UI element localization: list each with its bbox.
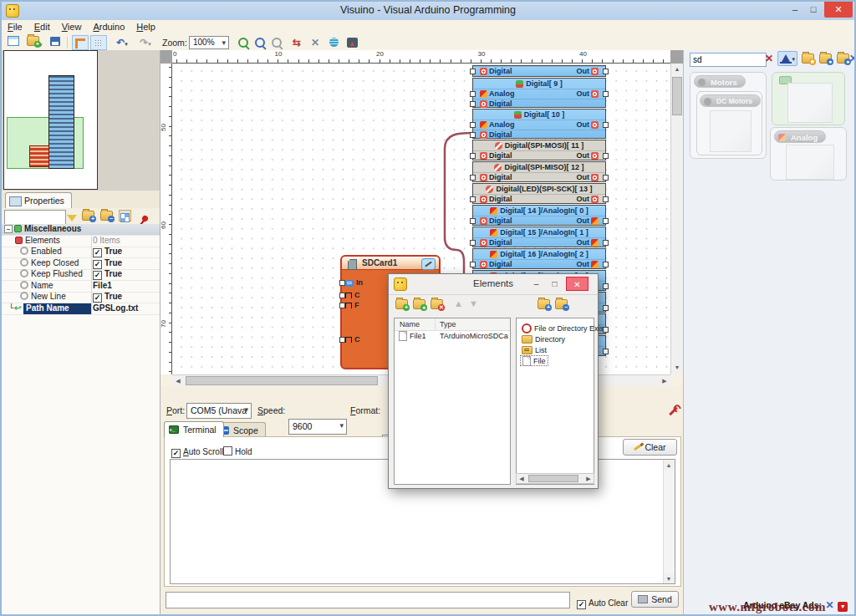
clear-search-icon[interactable]: ✕ xyxy=(765,53,773,64)
pin-connector-left[interactable] xyxy=(470,240,476,246)
checkbox-checked-icon[interactable]: ✓ xyxy=(93,248,102,257)
send-input[interactable] xyxy=(166,592,570,608)
pin-row[interactable]: DigitalOut xyxy=(473,216,605,226)
sdcard-wrench-icon[interactable] xyxy=(421,258,436,270)
zoom-combobox[interactable]: 100% xyxy=(189,36,229,49)
checkbox-checked-icon[interactable]: ✓ xyxy=(93,260,102,269)
tree-item-file-or-directory-exis[interactable]: File or Directory Exis xyxy=(520,323,605,333)
new-project-button[interactable] xyxy=(6,36,21,49)
undo-button[interactable]: ↶▾ xyxy=(112,36,132,49)
pin-connector-left[interactable] xyxy=(470,262,476,267)
pin-connector-right[interactable] xyxy=(603,283,609,289)
edit-element-button[interactable]: ● xyxy=(413,298,425,313)
pin-connector-left[interactable] xyxy=(470,101,476,107)
pin-row[interactable]: AnalogOut xyxy=(473,89,605,99)
move-up-icon[interactable]: ▲ xyxy=(454,298,463,308)
tree-scroll-thumb[interactable] xyxy=(528,475,578,482)
vscroll-thumb[interactable] xyxy=(672,77,682,115)
port-combobox[interactable]: COM5 (Unava xyxy=(186,403,252,419)
sdcard-pin-connector[interactable] xyxy=(339,303,345,308)
pin-connector-right[interactable] xyxy=(603,153,609,159)
menu-help[interactable]: Help xyxy=(130,20,161,33)
pin-connector-left[interactable] xyxy=(470,218,476,224)
palette-search-input[interactable] xyxy=(690,53,767,67)
refresh-button[interactable]: ⇆ xyxy=(289,36,304,49)
dialog-maximize-button[interactable]: □ xyxy=(546,277,563,291)
tree-horizontal-scrollbar[interactable]: ◀ ▶ xyxy=(516,473,594,484)
board-block[interactable]: DigitalOut xyxy=(472,65,606,77)
hscroll-thumb[interactable] xyxy=(186,376,378,385)
ads-close-icon[interactable]: ▼ xyxy=(838,602,848,612)
element-row[interactable]: File1 TArduinoMicroSDCard... xyxy=(395,330,510,342)
pin-connector-right[interactable] xyxy=(603,69,609,74)
scroll-up-icon[interactable]: ▲ xyxy=(671,64,683,75)
board-block[interactable]: Digital[ 9 ]AnalogOutDigital xyxy=(472,78,606,108)
sdcard-pin-connector[interactable] xyxy=(339,280,345,286)
route-wires-toggle[interactable] xyxy=(72,35,89,50)
pin-connector-right[interactable] xyxy=(603,122,609,128)
collapse-categories-icon[interactable]: − xyxy=(100,210,113,225)
collapse-all-button[interactable]: − xyxy=(555,298,568,313)
auto-clear-checkbox[interactable]: ✓Auto Clear xyxy=(577,594,628,609)
pin-connector-right[interactable] xyxy=(603,262,609,267)
open-project-button[interactable]: +▾ xyxy=(23,36,45,49)
menu-edit[interactable]: Edit xyxy=(28,20,56,33)
pin-connector-right[interactable] xyxy=(603,175,609,181)
collapse-icon[interactable]: – xyxy=(4,225,13,233)
sdcard-pin-connector[interactable] xyxy=(339,293,345,298)
pin-row[interactable]: DigitalOut xyxy=(473,259,605,269)
board-block[interactable]: Digital[ 15 ]/AnalogIn[ 1 ]DigitalOut xyxy=(472,227,606,247)
tree-item-list[interactable]: List xyxy=(520,344,548,355)
scroll-left-icon[interactable]: ◀ xyxy=(172,375,184,386)
board-block[interactable]: Digital[ 14 ]/AnalogIn[ 0 ]DigitalOut xyxy=(472,205,606,226)
pin-connector-left[interactable] xyxy=(470,122,476,128)
minimize-button[interactable]: – xyxy=(786,2,804,18)
tab-terminal[interactable]: Terminal xyxy=(164,421,224,437)
ads-settings-icon[interactable]: ✕ xyxy=(826,599,834,611)
pin-connector-left[interactable] xyxy=(470,175,476,181)
board-block[interactable]: Digital(SPI-MISO)[ 12 ]DigitalOut xyxy=(472,161,606,182)
overview-minimap[interactable] xyxy=(2,50,160,191)
help-web-button[interactable] xyxy=(326,36,341,49)
property-row-miscellaneous[interactable]: –Miscellaneous xyxy=(2,224,160,236)
property-row-name[interactable]: NameFile1 xyxy=(2,281,160,293)
output-scroll-down-icon[interactable]: ▼ xyxy=(664,573,674,583)
zoom-region-button[interactable] xyxy=(252,36,268,49)
card-green[interactable] xyxy=(772,72,845,125)
upload-arduino-button[interactable] xyxy=(344,36,359,49)
element-types-tree[interactable]: File or Directory ExisDirectoryListFile xyxy=(516,318,594,485)
wizard-button[interactable]: ▾ xyxy=(777,51,797,66)
pin-connector-right[interactable] xyxy=(603,218,609,224)
redo-button[interactable]: ↷▾ xyxy=(135,36,155,49)
board-block[interactable]: Digital(SPI-MOSI)[ 11 ]DigitalOut xyxy=(472,140,606,160)
elements-list[interactable]: Name Type File1 TArduinoMicroSDCard... xyxy=(394,318,511,485)
checkbox-checked-icon[interactable]: ✓ xyxy=(93,293,102,303)
output-scrollbar[interactable]: ▲ ▼ xyxy=(663,460,675,583)
tree-scroll-left-icon[interactable]: ◀ xyxy=(517,474,527,483)
zoom-in-button[interactable] xyxy=(236,36,251,49)
expand-all-button[interactable]: + xyxy=(538,298,550,313)
scroll-right-icon[interactable]: ▶ xyxy=(659,375,670,386)
tree-item-file[interactable]: File xyxy=(520,355,548,366)
property-row-enabled[interactable]: Enabled✓True xyxy=(2,247,160,258)
tree-item-directory[interactable]: Directory xyxy=(520,333,567,344)
card-dc-motors[interactable]: DC Motors xyxy=(696,91,762,155)
card-analog[interactable]: Analog xyxy=(770,127,847,181)
pin-connector-left[interactable] xyxy=(470,91,476,97)
board-block[interactable]: Digital[ 16 ]/AnalogIn[ 2 ]DigitalOut xyxy=(472,248,606,269)
delete-button[interactable]: ✕ xyxy=(308,36,323,49)
zoom-out-button[interactable] xyxy=(269,36,284,49)
add-element-button[interactable]: + xyxy=(395,298,408,313)
pin-connector-left[interactable] xyxy=(470,196,476,202)
sdcard-header[interactable]: SDCard1 xyxy=(342,257,439,270)
property-row-keep-closed[interactable]: Keep Closed✓True xyxy=(2,258,160,270)
send-button[interactable]: Send xyxy=(631,591,679,608)
elements-dialog-titlebar[interactable]: Elements – □ ✕ xyxy=(389,274,598,295)
pin-row[interactable]: Digital xyxy=(473,130,605,140)
pin-row[interactable]: Digital xyxy=(473,99,605,109)
hold-checkbox[interactable]: Hold xyxy=(223,443,252,458)
checkbox-checked-icon[interactable]: ✓ xyxy=(93,271,102,280)
property-row-keep-flushed[interactable]: Keep Flushed✓True xyxy=(2,269,160,281)
terminal-settings-wrench-icon[interactable] xyxy=(672,405,675,420)
pin-row[interactable]: DigitalOut xyxy=(473,172,605,182)
